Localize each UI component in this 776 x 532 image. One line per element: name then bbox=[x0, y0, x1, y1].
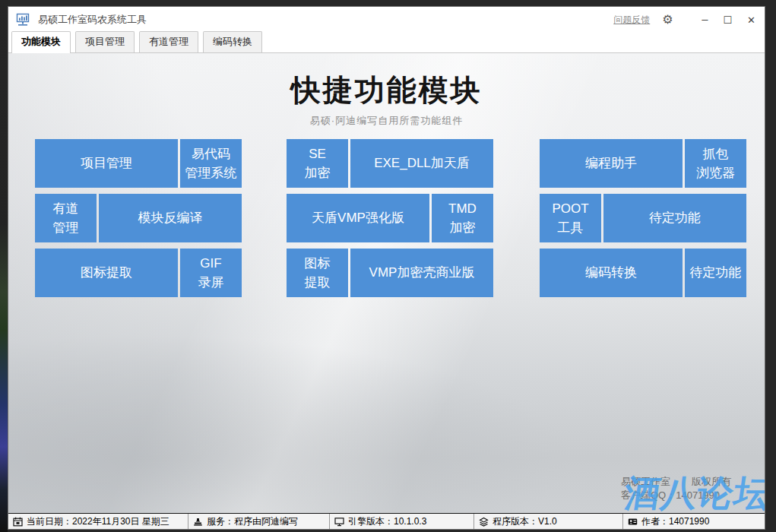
button-group-right: 编程助手 抓包 浏览器 POOT 工具 待定功能 编码转换 待定功能 bbox=[540, 139, 746, 303]
main-content: 快捷功能模块 易硕·阿迪编写自用所需功能组件 项目管理 易代码 管理系统 有道 … bbox=[8, 53, 765, 513]
button-row: 天盾VMP强化版 TMD 加密 bbox=[287, 194, 493, 242]
ecode-management-button[interactable]: 易代码 管理系统 bbox=[180, 139, 242, 188]
tab-function-modules[interactable]: 功能模块 bbox=[11, 31, 71, 53]
module-decompile-button[interactable]: 模块反编译 bbox=[99, 194, 242, 242]
tab-encoding-convert[interactable]: 编码转换 bbox=[203, 31, 262, 52]
button-group-middle: SE 加密 EXE_DLL加天盾 天盾VMP强化版 TMD 加密 图标 提取 V… bbox=[287, 139, 493, 303]
vmp-enhanced-button[interactable]: 天盾VMP强化版 bbox=[287, 194, 429, 242]
status-text: 程序版本：V1.0 bbox=[493, 515, 557, 528]
title-bar: 易硕工作室码农系统工具 问题反馈 ⚙ ─ ☐ ✕ bbox=[8, 7, 765, 33]
poot-tool-button[interactable]: POOT 工具 bbox=[540, 194, 601, 242]
copyright-block: 易硕工作室版权所有 客户端QQ：14071990 bbox=[621, 475, 731, 502]
author-icon bbox=[628, 517, 638, 527]
status-bar: 当前日期：2022年11月30日 星期三 服务：程序由阿迪编写 引擎版本：10.… bbox=[8, 513, 765, 529]
icon-extract-small-button[interactable]: 图标 提取 bbox=[287, 249, 348, 297]
tmd-encrypt-button[interactable]: TMD 加密 bbox=[432, 194, 493, 242]
encoding-convert-button[interactable]: 编码转换 bbox=[540, 249, 683, 297]
gear-icon[interactable]: ⚙ bbox=[662, 14, 673, 26]
layers-icon bbox=[479, 517, 489, 527]
button-row: 有道 管理 模块反编译 bbox=[35, 194, 242, 242]
button-group-left: 项目管理 易代码 管理系统 有道 管理 模块反编译 图标提取 GIF 录屏 bbox=[35, 139, 242, 303]
project-management-button[interactable]: 项目管理 bbox=[35, 139, 178, 188]
tab-bar: 功能模块 项目管理 有道管理 编码转换 bbox=[8, 33, 765, 53]
button-row: 编程助手 抓包 浏览器 bbox=[540, 139, 746, 188]
youdao-management-button[interactable]: 有道 管理 bbox=[35, 194, 97, 242]
calendar-icon bbox=[13, 517, 23, 527]
exe-dll-shield-button[interactable]: EXE_DLL加天盾 bbox=[350, 139, 493, 188]
pending-feature-small-button[interactable]: 待定功能 bbox=[685, 249, 746, 297]
status-text: 当前日期：2022年11月30日 星期三 bbox=[27, 515, 169, 528]
packet-capture-browser-button[interactable]: 抓包 浏览器 bbox=[685, 139, 746, 188]
button-row: POOT 工具 待定功能 bbox=[540, 194, 746, 242]
page-title: 快捷功能模块 bbox=[8, 70, 765, 111]
page-subtitle: 易硕·阿迪编写自用所需功能组件 bbox=[8, 114, 765, 128]
gif-record-button[interactable]: GIF 录屏 bbox=[180, 249, 242, 297]
status-program-version: 程序版本：V1.0 bbox=[474, 514, 623, 529]
se-encrypt-button[interactable]: SE 加密 bbox=[287, 139, 348, 188]
status-engine-version: 引擎版本：10.1.0.3 bbox=[330, 514, 474, 529]
status-text: 服务：程序由阿迪编写 bbox=[207, 515, 298, 528]
button-row: 项目管理 易代码 管理系统 bbox=[35, 139, 242, 188]
button-row: 编码转换 待定功能 bbox=[540, 249, 746, 297]
rights-text: 版权所有 bbox=[692, 476, 731, 487]
tab-project-management[interactable]: 项目管理 bbox=[75, 31, 135, 52]
status-current-date: 当前日期：2022年11月30日 星期三 bbox=[8, 514, 188, 529]
copyright-line2: 客户端QQ：14071990 bbox=[621, 489, 731, 502]
maximize-button[interactable]: ☐ bbox=[723, 15, 732, 25]
window-title: 易硕工作室码农系统工具 bbox=[38, 13, 147, 27]
status-text: 引擎版本：10.1.0.3 bbox=[348, 515, 426, 528]
button-row: 图标提取 GIF 录屏 bbox=[35, 249, 242, 297]
minimize-button[interactable]: ─ bbox=[702, 15, 708, 25]
status-author: 作者：14071990 bbox=[623, 514, 765, 529]
programming-assistant-button[interactable]: 编程助手 bbox=[540, 139, 683, 188]
icon-extract-button[interactable]: 图标提取 bbox=[35, 249, 178, 297]
close-button[interactable]: ✕ bbox=[747, 15, 755, 25]
vmp-commercial-button[interactable]: VMP加密壳商业版 bbox=[350, 249, 493, 297]
app-window: 易硕工作室码农系统工具 问题反馈 ⚙ ─ ☐ ✕ 功能模块 项目管理 有道管理 … bbox=[8, 6, 765, 530]
pending-feature-button[interactable]: 待定功能 bbox=[603, 194, 746, 242]
app-chart-icon bbox=[16, 13, 31, 27]
copyright-line1: 易硕工作室版权所有 bbox=[621, 475, 731, 489]
tab-youdao-management[interactable]: 有道管理 bbox=[139, 31, 198, 52]
monitor-icon bbox=[334, 517, 344, 527]
desktop-background bbox=[0, 0, 8, 532]
stamp-icon bbox=[193, 517, 203, 527]
studio-name: 易硕工作室 bbox=[621, 476, 670, 487]
button-row: SE 加密 EXE_DLL加天盾 bbox=[287, 139, 493, 188]
status-service: 服务：程序由阿迪编写 bbox=[188, 514, 330, 529]
status-text: 作者：14071990 bbox=[641, 515, 709, 528]
button-row: 图标 提取 VMP加密壳商业版 bbox=[287, 249, 493, 297]
feedback-link[interactable]: 问题反馈 bbox=[613, 14, 650, 27]
